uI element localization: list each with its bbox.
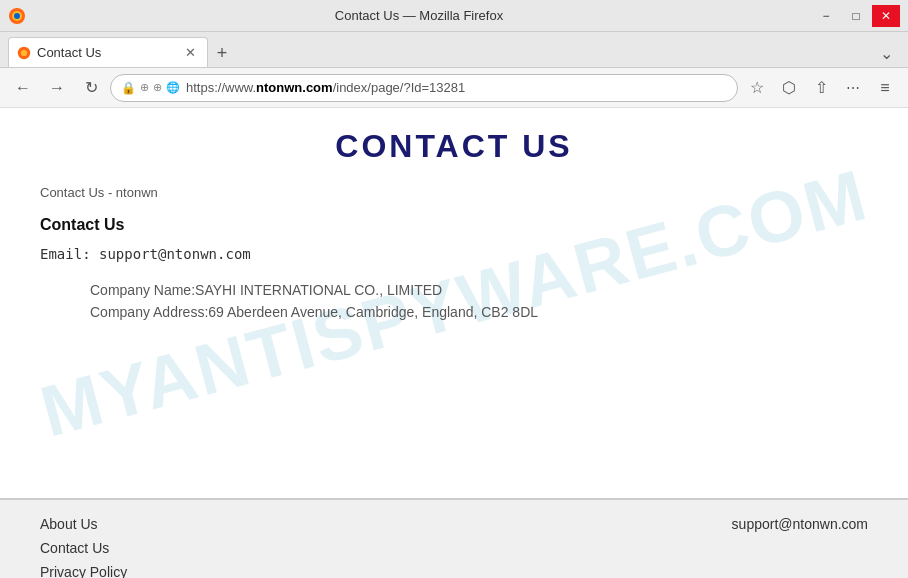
reload-button[interactable]: ↻ — [76, 73, 106, 103]
minimize-button[interactable]: − — [812, 5, 840, 27]
footer-link-privacy[interactable]: Privacy Policy — [40, 564, 127, 578]
navbar: ← → ↻ 🔒 ⊕ ⊕ 🌐 https://www.ntonwn.com/ind… — [0, 68, 908, 108]
menu-button[interactable]: ≡ — [870, 73, 900, 103]
tab-close-button[interactable]: ✕ — [181, 44, 199, 62]
footer-columns: About Us Contact Us Privacy Policy suppo… — [40, 516, 868, 578]
email-label: Email: — [40, 246, 91, 262]
bookmark-button[interactable]: ☆ — [742, 73, 772, 103]
close-button[interactable]: ✕ — [872, 5, 900, 27]
url-bar[interactable]: 🔒 ⊕ ⊕ 🌐 https://www.ntonwn.com/index/pag… — [110, 74, 738, 102]
footer-links: About Us Contact Us Privacy Policy — [40, 516, 127, 578]
section-title: Contact Us — [40, 216, 868, 234]
company-address-value: 69 Aberdeen Avenue, Cambridge, England, … — [208, 304, 538, 320]
email-address: support@ntonwn.com — [99, 246, 251, 262]
company-info: Company Name:SAYHI INTERNATIONAL CO., LI… — [40, 282, 868, 320]
page-heading: CONTACT US — [40, 128, 868, 165]
tracking-icon: ⊕ — [153, 81, 162, 94]
svg-point-4 — [21, 49, 27, 55]
svg-point-2 — [14, 13, 20, 19]
titlebar: Contact Us — Mozilla Firefox − □ ✕ — [0, 0, 908, 32]
url-domain: ntonwn.com — [256, 80, 333, 95]
tabbar: Contact Us ✕ + ⌄ — [0, 32, 908, 68]
company-name-value: SAYHI INTERNATIONAL CO., LIMITED — [195, 282, 442, 298]
footer-link-about[interactable]: About Us — [40, 516, 127, 532]
active-tab[interactable]: Contact Us ✕ — [8, 37, 208, 67]
breadcrumb: Contact Us - ntonwn — [40, 185, 868, 200]
company-address-line: Company Address:69 Aberdeen Avenue, Camb… — [90, 304, 868, 320]
share-button[interactable]: ⇧ — [806, 73, 836, 103]
nav-right-buttons: ☆ ⬡ ⇧ ⋯ ≡ — [742, 73, 900, 103]
more-tools-button[interactable]: ⋯ — [838, 73, 868, 103]
restore-button[interactable]: □ — [842, 5, 870, 27]
company-name-label: Company Name: — [90, 282, 195, 298]
page-content: MYANTISPYWARE.COM CONTACT US Contact Us … — [0, 108, 908, 498]
url-path: /index/page/?Id=13281 — [333, 80, 466, 95]
email-line: Email: support@ntonwn.com — [40, 246, 868, 262]
footer-contact-email: support@ntonwn.com — [732, 516, 868, 532]
secure-icon: 🔒 — [121, 81, 136, 95]
pocket-button[interactable]: ⬡ — [774, 73, 804, 103]
tab-favicon-icon — [17, 46, 31, 60]
company-address-label: Company Address: — [90, 304, 208, 320]
titlebar-left — [8, 7, 26, 25]
tab-overflow-button[interactable]: ⌄ — [872, 39, 900, 67]
globe-icon: 🌐 — [166, 81, 180, 94]
lock-icon: ⊕ — [140, 81, 149, 94]
tab-label: Contact Us — [37, 45, 101, 60]
page-inner: CONTACT US Contact Us - ntonwn Contact U… — [40, 128, 868, 320]
new-tab-button[interactable]: + — [208, 39, 236, 67]
footer: About Us Contact Us Privacy Policy suppo… — [0, 499, 908, 578]
titlebar-controls: − □ ✕ — [812, 5, 900, 27]
company-name-line: Company Name:SAYHI INTERNATIONAL CO., LI… — [90, 282, 868, 298]
url-prefix: https://www. — [186, 80, 256, 95]
url-security-icons: 🔒 ⊕ ⊕ 🌐 — [121, 81, 180, 95]
back-button[interactable]: ← — [8, 73, 38, 103]
forward-button[interactable]: → — [42, 73, 72, 103]
url-text: https://www.ntonwn.com/index/page/?Id=13… — [186, 80, 727, 95]
footer-link-contact[interactable]: Contact Us — [40, 540, 127, 556]
titlebar-title: Contact Us — Mozilla Firefox — [26, 8, 812, 23]
firefox-logo-icon — [8, 7, 26, 25]
